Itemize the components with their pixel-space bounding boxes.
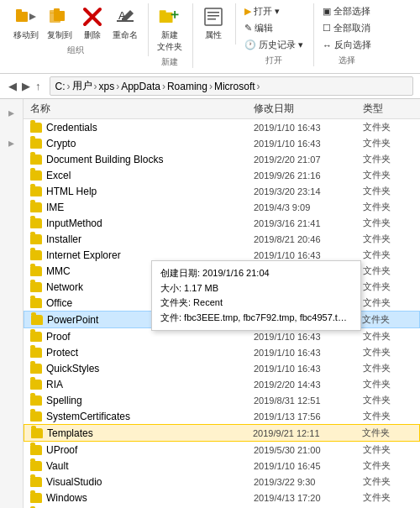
col-name: 名称 [30, 102, 254, 116]
table-row[interactable]: IME2019/4/3 9:09文件夹 [24, 199, 420, 215]
table-row[interactable]: Templates2019/9/21 12:11文件夹 [24, 424, 420, 442]
copy-button[interactable]: 复制到 [44, 3, 76, 43]
table-row[interactable]: QuickStyles2019/1/10 16:43文件夹 [24, 360, 420, 376]
new-group-label: 新建 [161, 56, 178, 68]
table-row[interactable]: Crypto2019/1/10 16:43文件夹 [24, 135, 420, 151]
file-name-text: Spelling [46, 395, 82, 406]
tooltip-folder: 文件夹: Recent [160, 296, 352, 311]
sidebar-expand2[interactable]: ▸ [8, 136, 14, 149]
folder-icon [30, 411, 42, 422]
rename-icon: A [113, 5, 137, 29]
properties-icon [202, 5, 225, 29]
tooltip-created: 创建日期: 2019/1/16 21:04 [160, 266, 352, 281]
address-path[interactable]: C: › 用户 › xps › AppData › Roaming › Micr… [50, 76, 414, 96]
folder-icon [30, 445, 42, 455]
file-type: 文件夹 [363, 362, 413, 374]
svg-rect-0 [16, 12, 28, 22]
ribbon-group-new: 新建 文件夹 新建 [150, 3, 193, 68]
newfolder-button[interactable]: 新建 文件夹 [154, 3, 186, 55]
table-row[interactable]: UProof2019/5/30 21:00文件夹 [24, 442, 420, 458]
file-modified: 2019/3/16 21:41 [254, 218, 363, 228]
open-button[interactable]: ▶ 打开 ▾ [241, 3, 307, 19]
file-type: 文件夹 [363, 475, 413, 488]
file-name-cell: Vault [30, 460, 254, 472]
path-roaming[interactable]: Roaming [167, 81, 207, 92]
file-name-cell: HTML Help [30, 186, 254, 197]
deselectall-button[interactable]: ☐ 全部取消 [319, 20, 375, 36]
file-name-cell: Installer [30, 233, 254, 245]
history-icon: 🕐 [244, 39, 256, 50]
path-xps[interactable]: xps [99, 81, 115, 92]
history-label: 历史记录 ▾ [259, 39, 303, 51]
file-name-cell: SystemCertificates [30, 411, 254, 422]
properties-button[interactable]: 属性 [198, 3, 228, 43]
selectall-button[interactable]: ▣ 全部选择 [319, 3, 375, 19]
table-row[interactable]: Excel2019/9/26 21:16文件夹 [24, 167, 420, 183]
file-type: 文件夹 [363, 153, 413, 165]
file-name-text: Network [46, 281, 83, 293]
table-row[interactable]: HTML Help2019/3/20 23:14文件夹 [24, 183, 420, 199]
ribbon-group-organize: 移动到 复制到 [7, 3, 149, 56]
table-row[interactable]: RIA2019/2/20 14:43文件夹 [24, 376, 420, 392]
forward-button[interactable]: ▶ [20, 80, 32, 92]
delete-button[interactable]: 删除 [77, 3, 108, 43]
file-name-text: SystemCertificates [46, 411, 130, 422]
file-type: 文件夹 [363, 378, 413, 390]
file-name-text: PowerPoint [47, 314, 98, 326]
col-modified: 修改日期 [254, 102, 363, 116]
file-type: 文件夹 [363, 169, 413, 181]
file-modified: 2019/1/10 16:45 [254, 461, 363, 471]
folder-icon [30, 380, 42, 390]
invertselect-button[interactable]: ↔ 反向选择 [319, 37, 375, 53]
path-appdata[interactable]: AppData [121, 81, 160, 92]
folder-icon [30, 123, 42, 133]
table-row[interactable]: Protect2019/1/10 16:43文件夹 [24, 344, 420, 360]
folder-icon [30, 461, 42, 471]
file-type: 文件夹 [363, 459, 413, 472]
folder-icon [30, 139, 42, 149]
path-users[interactable]: 用户 [72, 79, 92, 93]
edit-button[interactable]: ✎ 编辑 [241, 20, 307, 36]
table-row[interactable]: Credentials2019/1/10 16:43文件夹 [24, 119, 420, 135]
file-name-cell: Proof [30, 331, 254, 343]
folder-icon [30, 298, 42, 308]
table-row[interactable]: Vault2019/1/10 16:45文件夹 [24, 458, 420, 474]
path-c[interactable]: C: [55, 81, 66, 92]
file-type: 文件夹 [363, 249, 413, 261]
table-row[interactable]: Document Building Blocks2019/2/20 21:07文… [24, 151, 420, 167]
table-row[interactable]: Windows2019/4/13 17:20文件夹 [24, 490, 420, 505]
file-name-cell: Spelling [30, 395, 254, 406]
file-modified: 2019/1/10 16:43 [254, 139, 363, 149]
folder-icon [31, 428, 43, 438]
path-microsoft[interactable]: Microsoft [214, 81, 255, 92]
up-button[interactable]: ↑ [34, 80, 43, 92]
folder-icon [30, 170, 42, 181]
table-row[interactable]: Spelling2019/8/31 12:51文件夹 [24, 392, 420, 408]
sidebar-expand[interactable]: ▸ [8, 106, 14, 119]
file-name-cell: Credentials [30, 122, 254, 134]
file-name-text: VisualStudio [46, 476, 102, 488]
ribbon: 移动到 复制到 [0, 0, 420, 74]
history-button[interactable]: 🕐 历史记录 ▾ [241, 37, 307, 53]
back-button[interactable]: ◀ [7, 80, 18, 92]
file-type: 文件夹 [363, 201, 413, 213]
folder-icon [30, 154, 42, 165]
table-row[interactable]: Installer2019/8/21 20:46文件夹 [24, 231, 420, 247]
file-name-text: Office [46, 297, 72, 309]
invertselect-icon: ↔ [323, 40, 332, 50]
file-type: 文件夹 [363, 217, 413, 229]
table-row[interactable]: SystemCertificates2019/1/13 17:56文件夹 [24, 408, 420, 424]
file-name-cell: Crypto [30, 138, 254, 149]
invertselect-label: 反向选择 [334, 39, 371, 51]
file-name-text: Document Building Blocks [46, 154, 163, 165]
table-row[interactable]: InputMethod2019/3/16 21:41文件夹 [24, 215, 420, 231]
file-type: 文件夹 [362, 427, 412, 439]
file-modified: 2019/2/20 14:43 [254, 380, 363, 390]
file-name-text: HTML Help [46, 186, 97, 197]
table-row[interactable]: VisualStudio2019/3/22 9:30文件夹 [24, 474, 420, 490]
rename-button[interactable]: A 重命名 [109, 3, 141, 43]
deselectall-label: 全部取消 [333, 22, 370, 34]
move-button[interactable]: 移动到 [10, 3, 42, 43]
file-name-text: Protect [46, 347, 78, 359]
organize-group-label: 组织 [67, 45, 84, 56]
